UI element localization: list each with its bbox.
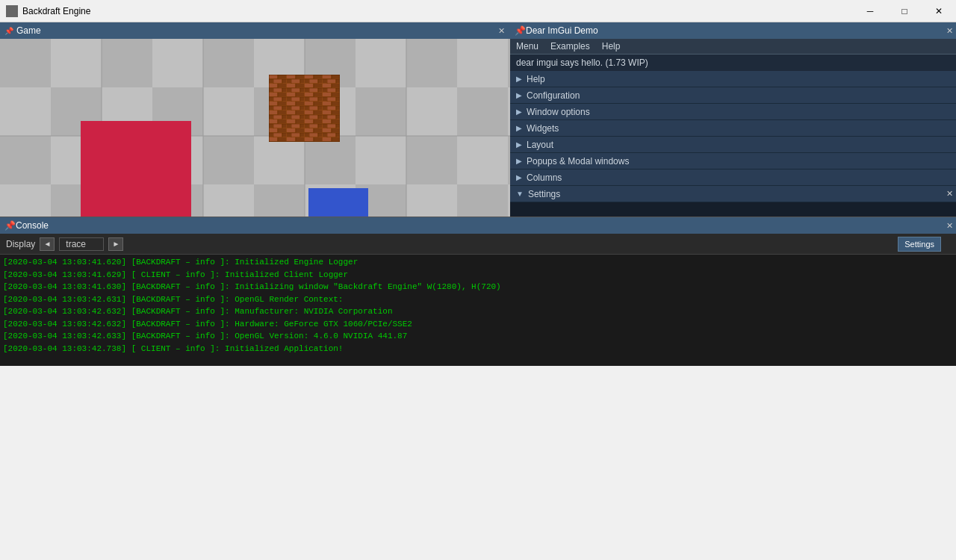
imgui-panel-close[interactable]: ✕: [946, 26, 953, 36]
imgui-menu-menu[interactable]: Menu: [513, 40, 541, 52]
tree-arrow-layout: ▶: [516, 140, 522, 149]
tree-arrow-configuration: ▶: [516, 91, 522, 99]
console-next-button[interactable]: ►: [108, 237, 123, 251]
log-line-8: [2020-03-04 13:03:42.738] [ CLIENT – inf…: [3, 343, 953, 355]
imgui-greeting: dear imgui says hello. (1.73 WIP): [510, 55, 956, 71]
tree-label-window-options: Window options: [527, 107, 590, 117]
imgui-tree-window-options[interactable]: ▶ Window options: [510, 104, 956, 120]
imgui-menu-examples[interactable]: Examples: [547, 40, 593, 52]
app-icon: [6, 5, 18, 17]
console-log: [2020-03-04 13:03:41.620] [BACKDRAFT – i…: [0, 255, 956, 366]
app-title: Backdraft Engine: [22, 6, 90, 16]
maximize-button[interactable]: □: [887, 0, 922, 22]
console-trace-label: trace: [59, 237, 104, 251]
game-grid-background: [0, 39, 510, 217]
imgui-panel: 📌 Dear ImGui Demo ✕ Menu Examples Help d…: [510, 22, 956, 217]
close-button[interactable]: ✕: [922, 0, 956, 22]
tree-arrow-help: ▶: [516, 75, 522, 83]
imgui-pin-icon: 📌: [515, 25, 526, 36]
log-line-3: [2020-03-04 13:03:41.630] [BACKDRAFT – i…: [3, 281, 953, 293]
imgui-tree-columns[interactable]: ▶ Columns: [510, 169, 956, 186]
imgui-header: 📌 Dear ImGui Demo ✕: [510, 22, 956, 39]
blue-rectangle: [308, 188, 368, 217]
tree-arrow-widgets: ▶: [516, 124, 522, 132]
settings-arrow: ▼: [516, 190, 524, 198]
log-line-4: [2020-03-04 13:03:42.631] [BACKDRAFT – i…: [3, 293, 953, 306]
minimize-button[interactable]: ─: [853, 0, 887, 22]
tree-arrow-popups: ▶: [516, 157, 522, 165]
top-panels: 📌 Game ✕: [0, 22, 956, 217]
imgui-tree-configuration[interactable]: ▶ Configuration: [510, 87, 956, 104]
tree-label-widgets: Widgets: [527, 123, 559, 134]
main-area: 📌 Game ✕: [0, 22, 956, 560]
svg-rect-0: [7, 7, 16, 16]
title-bar: Backdraft Engine ─ □ ✕: [0, 0, 956, 22]
console-pin-icon: 📌: [4, 220, 16, 231]
log-line-7: [2020-03-04 13:03:42.633] [BACKDRAFT – i…: [3, 330, 953, 343]
console-toolbar: Display ◄ trace ► Settings: [0, 234, 956, 255]
tree-label-columns: Columns: [527, 172, 562, 183]
game-panel: 📌 Game ✕: [0, 22, 510, 217]
imgui-tree-popups[interactable]: ▶ Popups & Modal windows: [510, 153, 956, 169]
imgui-tree-widgets[interactable]: ▶ Widgets: [510, 120, 956, 137]
imgui-menubar: Menu Examples Help: [510, 39, 956, 55]
settings-label: Settings: [528, 189, 560, 199]
imgui-tree-help[interactable]: ▶ Help: [510, 71, 956, 87]
settings-section-header: ▼ Settings ✕: [510, 186, 956, 202]
tree-arrow-columns: ▶: [516, 173, 522, 181]
imgui-menu-help[interactable]: Help: [599, 40, 624, 52]
tree-label-help: Help: [527, 74, 545, 84]
svg-rect-23: [269, 75, 340, 142]
console-prev-button[interactable]: ◄: [40, 237, 55, 251]
tree-label-configuration: Configuration: [527, 90, 580, 101]
window-controls: ─ □ ✕: [853, 0, 956, 22]
log-line-5: [2020-03-04 13:03:42.632] [BACKDRAFT – i…: [3, 305, 953, 318]
game-panel-close[interactable]: ✕: [495, 25, 507, 37]
tree-arrow-window-options: ▶: [516, 108, 522, 116]
tree-label-popups: Popups & Modal windows: [527, 156, 629, 167]
console-header: 📌 Console ✕: [0, 217, 956, 234]
svg-rect-6: [0, 39, 510, 217]
tree-label-layout: Layout: [527, 140, 553, 150]
console-settings-button[interactable]: Settings: [898, 237, 941, 252]
settings-body: [510, 202, 956, 217]
game-panel-header: 📌 Game ✕: [0, 22, 510, 39]
imgui-content: ▶ Help ▶ Configuration ▶ Window options …: [510, 71, 956, 217]
settings-close-button[interactable]: ✕: [946, 189, 953, 199]
console-display-label: Display: [6, 239, 35, 249]
texture-svg: [269, 75, 340, 142]
pin-icon: 📌: [4, 27, 13, 35]
red-rectangle: [81, 121, 191, 217]
empty-area: [0, 366, 956, 560]
imgui-panel-title: Dear ImGui Demo: [526, 25, 598, 36]
console-panel: 📌 Console ✕ Display ◄ trace ► Settings […: [0, 217, 956, 366]
console-close-button[interactable]: ✕: [946, 221, 953, 231]
game-viewport: [0, 39, 510, 217]
console-title: Console: [16, 220, 49, 231]
log-line-1: [2020-03-04 13:03:41.620] [BACKDRAFT – i…: [3, 256, 953, 269]
texture-sprite: [269, 75, 340, 142]
imgui-tree-layout[interactable]: ▶ Layout: [510, 137, 956, 153]
log-line-2: [2020-03-04 13:03:41.629] [ CLIENT – inf…: [3, 269, 953, 281]
game-panel-title: Game: [16, 25, 41, 36]
log-line-6: [2020-03-04 13:03:42.632] [BACKDRAFT – i…: [3, 318, 953, 331]
